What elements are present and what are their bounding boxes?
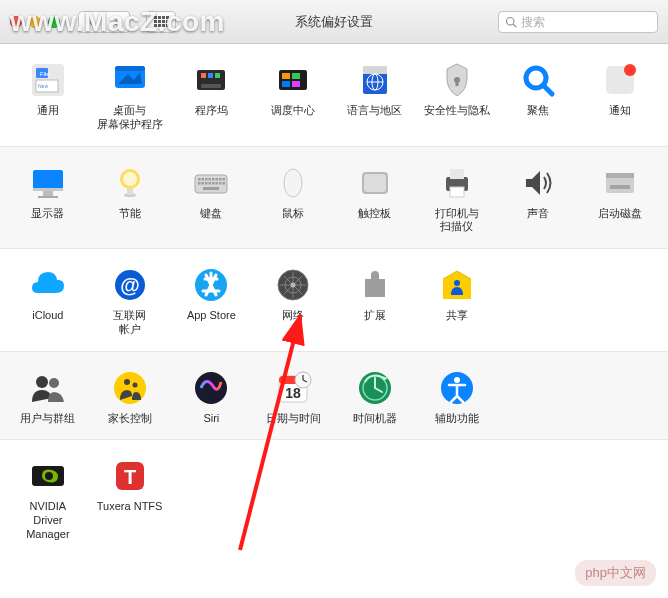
pref-mouse[interactable]: 鼠标: [253, 161, 333, 237]
forward-button[interactable]: ›: [104, 11, 130, 33]
pref-label: App Store: [187, 309, 236, 323]
pref-label: 安全性与隐私: [424, 104, 490, 118]
svg-rect-51: [212, 182, 215, 185]
svg-rect-60: [450, 169, 464, 179]
pref-sound[interactable]: 声音: [499, 161, 579, 237]
pref-parental[interactable]: 家长控制: [90, 366, 170, 428]
pref-section: iCloud@互联网 帐户App Store网络扩展共享: [0, 249, 668, 351]
pref-tuxera[interactable]: TTuxera NTFS: [90, 454, 170, 543]
spotlight-icon: [518, 60, 558, 100]
pref-label: 触控板: [358, 207, 391, 221]
svg-rect-32: [43, 191, 53, 196]
pref-sharing[interactable]: 共享: [417, 263, 497, 339]
pref-printer[interactable]: 打印机与 扫描仪: [417, 161, 497, 237]
pref-nvidia[interactable]: NVIDIA Driver Manager: [8, 454, 88, 543]
pref-general[interactable]: FileNew通用: [8, 58, 88, 134]
pref-label: 网络: [282, 309, 304, 323]
parental-icon: [110, 368, 150, 408]
pref-startup[interactable]: 启动磁盘: [580, 161, 660, 237]
pref-label: 聚焦: [527, 104, 549, 118]
search-field[interactable]: [498, 11, 658, 33]
pref-label: 语言与地区: [347, 104, 402, 118]
svg-point-84: [124, 379, 130, 385]
pref-label: 扩展: [364, 309, 386, 323]
icloud-icon: [28, 265, 68, 305]
pref-appstore[interactable]: App Store: [172, 263, 252, 339]
window-title: 系统偏好设置: [295, 13, 373, 31]
pref-users[interactable]: 用户与群组: [8, 366, 88, 428]
back-button[interactable]: ‹: [78, 11, 104, 33]
pref-siri[interactable]: Siri: [172, 366, 252, 428]
pref-trackpad[interactable]: 触控板: [335, 161, 415, 237]
accessibility-icon: [437, 368, 477, 408]
pref-security[interactable]: 安全性与隐私: [417, 58, 497, 134]
pref-desktop[interactable]: 桌面与 屏幕保护程序: [90, 58, 170, 134]
trackpad-icon: [355, 163, 395, 203]
pref-keyboard[interactable]: 键盘: [172, 161, 252, 237]
pref-icloud[interactable]: iCloud: [8, 263, 88, 339]
svg-rect-58: [364, 174, 386, 192]
svg-rect-10: [201, 84, 221, 88]
pref-label: 节能: [119, 207, 141, 221]
svg-rect-20: [363, 66, 387, 74]
pref-display[interactable]: 显示器: [8, 161, 88, 237]
svg-rect-8: [115, 66, 145, 71]
svg-point-82: [49, 378, 59, 388]
pref-label: 启动磁盘: [598, 207, 642, 221]
mission-icon: [273, 60, 313, 100]
php-badge: php中文网: [575, 560, 656, 586]
svg-rect-48: [202, 182, 205, 185]
svg-rect-45: [219, 178, 222, 181]
minimize-window-button[interactable]: [29, 16, 41, 28]
pref-timemachine[interactable]: 时间机器: [335, 366, 415, 428]
pref-dock[interactable]: 程序坞: [172, 58, 252, 134]
pref-label: 互联网 帐户: [113, 309, 146, 337]
svg-rect-49: [205, 182, 208, 185]
close-window-button[interactable]: [10, 16, 22, 28]
nvidia-icon: [28, 456, 68, 496]
svg-point-37: [123, 172, 137, 186]
zoom-window-button[interactable]: [48, 16, 60, 28]
svg-point-97: [454, 377, 460, 383]
window-controls: [10, 16, 60, 28]
dock-icon: [191, 60, 231, 100]
nav-buttons: ‹ ›: [78, 11, 130, 33]
pref-label: 程序坞: [195, 104, 228, 118]
pref-language[interactable]: 语言与地区: [335, 58, 415, 134]
svg-rect-30: [33, 170, 63, 190]
pref-internet[interactable]: @互联网 帐户: [90, 263, 170, 339]
pref-spotlight[interactable]: 聚焦: [499, 58, 579, 134]
svg-rect-47: [198, 182, 201, 185]
pref-label: 打印机与 扫描仪: [435, 207, 479, 235]
display-icon: [28, 163, 68, 203]
svg-point-29: [624, 64, 636, 76]
titlebar: ‹ › 系统偏好设置: [0, 0, 668, 44]
pref-label: iCloud: [32, 309, 63, 323]
datetime-icon: 18: [273, 368, 313, 408]
appstore-icon: [191, 265, 231, 305]
notifications-icon: [600, 60, 640, 100]
printer-icon: [437, 163, 477, 203]
pref-extensions[interactable]: 扩展: [335, 263, 415, 339]
show-all-button[interactable]: [146, 11, 176, 33]
svg-point-56: [284, 169, 302, 197]
language-icon: [355, 60, 395, 100]
network-icon: [273, 265, 313, 305]
pref-notifications[interactable]: 通知: [580, 58, 660, 134]
svg-point-79: [291, 283, 296, 288]
startup-icon: [600, 163, 640, 203]
pref-accessibility[interactable]: 辅助功能: [417, 366, 497, 428]
pref-label: 显示器: [31, 207, 64, 221]
pref-network[interactable]: 网络: [253, 263, 333, 339]
svg-rect-13: [215, 73, 220, 78]
svg-rect-12: [208, 73, 213, 78]
pref-energy[interactable]: 节能: [90, 161, 170, 237]
svg-rect-15: [282, 73, 290, 79]
pref-mission[interactable]: 调度中心: [253, 58, 333, 134]
tuxera-icon: T: [110, 456, 150, 496]
svg-rect-55: [203, 187, 219, 190]
pref-label: 调度中心: [271, 104, 315, 118]
pref-section: 用户与群组家长控制Siri18日期与时间时间机器辅助功能: [0, 351, 668, 441]
search-input[interactable]: [521, 15, 651, 29]
pref-datetime[interactable]: 18日期与时间: [253, 366, 333, 428]
